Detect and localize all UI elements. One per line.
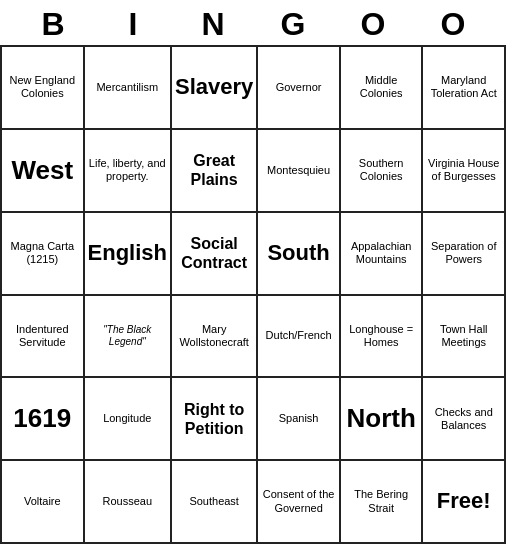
cell-29[interactable]: Checks and Balances [423,378,506,461]
letter-n: N [173,6,253,43]
cell-14[interactable]: Social Contract [172,213,258,296]
cell-25[interactable]: Longitude [85,378,172,461]
cell-28[interactable]: North [341,378,424,461]
cell-2[interactable]: Slavery [172,47,258,130]
cell-15[interactable]: South [258,213,341,296]
cell-6[interactable]: West [2,130,85,213]
letter-g: G [253,6,333,43]
cell-17[interactable]: Separation of Powers [423,213,506,296]
cell-7[interactable]: Life, liberty, and property. [85,130,172,213]
cell-23[interactable]: Town Hall Meetings [423,296,506,379]
cell-18[interactable]: Indentured Servitude [2,296,85,379]
cell-8[interactable]: Great Plains [172,130,258,213]
cell-24[interactable]: 1619 [2,378,85,461]
cell-33[interactable]: Consent of the Governed [258,461,341,544]
cell-31[interactable]: Rousseau [85,461,172,544]
letter-o1: O [333,6,413,43]
bingo-header: B I N G O O [0,0,506,45]
cell-4[interactable]: Middle Colonies [341,47,424,130]
cell-21[interactable]: Dutch/French [258,296,341,379]
cell-11[interactable]: Virginia House of Burgesses [423,130,506,213]
cell-22[interactable]: Longhouse = Homes [341,296,424,379]
cell-20[interactable]: Mary Wollstonecraft [172,296,258,379]
letter-o2: O [413,6,493,43]
cell-34[interactable]: The Bering Strait [341,461,424,544]
bingo-grid: New England ColoniesMercantilismSlaveryG… [0,45,506,544]
cell-27[interactable]: Spanish [258,378,341,461]
cell-26[interactable]: Right to Petition [172,378,258,461]
letter-i: I [93,6,173,43]
cell-30[interactable]: Voltaire [2,461,85,544]
cell-3[interactable]: Governor [258,47,341,130]
cell-16[interactable]: Appalachian Mountains [341,213,424,296]
letter-b: B [13,6,93,43]
cell-0[interactable]: New England Colonies [2,47,85,130]
cell-32[interactable]: Southeast [172,461,258,544]
cell-19[interactable]: "The Black Legend" [85,296,172,379]
cell-13[interactable]: English [85,213,172,296]
cell-5[interactable]: Maryland Toleration Act [423,47,506,130]
cell-12[interactable]: Magna Carta (1215) [2,213,85,296]
cell-9[interactable]: Montesquieu [258,130,341,213]
cell-1[interactable]: Mercantilism [85,47,172,130]
cell-10[interactable]: Southern Colonies [341,130,424,213]
cell-35[interactable]: Free! [423,461,506,544]
